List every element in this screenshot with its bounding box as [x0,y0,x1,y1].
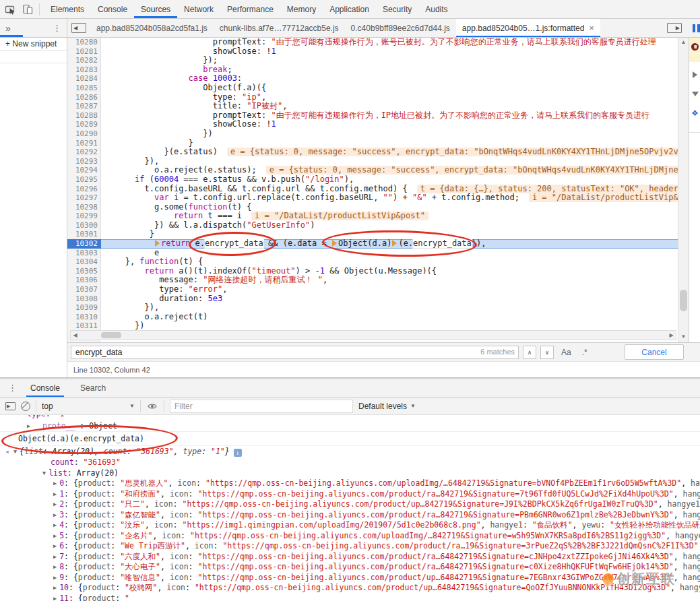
clear-console-icon[interactable] [21,402,30,411]
line-number[interactable]: 10300 [67,221,101,230]
code-line-text[interactable]: showClose: !1 [101,120,678,129]
console-sidebar-toggle-icon[interactable]: ▶ [5,402,15,410]
expand-arrow-icon[interactable]: ▶ [53,478,57,489]
tab-elements[interactable]: Elements [44,0,91,18]
scrollbar-thumb[interactable] [680,290,687,311]
code-line-text[interactable]: return t === ii = "/DataList/productList… [101,212,678,221]
line-number[interactable]: 10283 [67,65,101,75]
tab-application[interactable]: Application [323,0,376,18]
file-tab[interactable]: app.bad85204b058a2cd5fa1.js [90,19,214,37]
line-number[interactable]: 10286 [67,93,101,102]
expand-arrow-icon[interactable]: ▶ [53,552,57,563]
line-number[interactable]: 10311 [67,321,101,331]
previous-match-button[interactable]: ∧ [523,346,536,359]
filter-input[interactable] [170,402,352,411]
line-number[interactable]: 10284 [67,74,101,84]
tab-memory[interactable]: Memory [280,0,323,18]
line-number[interactable]: 10287 [67,102,101,111]
line-number[interactable]: 10301 [67,230,101,239]
expand-arrow-icon[interactable]: ▼ [42,468,46,479]
line-number[interactable]: 10281 [67,47,101,57]
close-icon[interactable]: × [589,24,594,32]
code-line-text[interactable]: return e.encrypt_data && (e.data = Objec… [101,239,678,249]
code-line-text[interactable]: e [101,249,678,258]
code-line-text[interactable]: o.a.reject(e.status);e = {status: 0, mes… [101,166,678,175]
code-line-text[interactable]: if (60004 === e.status && v.b.push("/log… [101,175,678,185]
line-number[interactable]: 10302 [67,239,101,249]
line-number[interactable]: 10293 [67,157,101,166]
scroll-up-icon[interactable]: ▲ [678,38,689,46]
regex-toggle[interactable]: .* [579,348,591,357]
code-line-text[interactable]: duration: 5e3 [101,294,678,304]
new-snippet-button[interactable]: + New snippet [0,38,67,51]
tab-console[interactable]: Console [91,0,134,18]
code-line-text[interactable]: Object(f.a)({ [101,84,678,93]
line-number[interactable]: 10310 [67,313,101,322]
expand-arrow-icon[interactable]: ▶ [53,510,57,521]
code-line-text[interactable]: return a()(t).indexOf("timeout") > -1 &&… [101,267,678,276]
hscrollbar-thumb[interactable] [101,332,121,338]
hide-navigator-icon[interactable]: ◀ [71,23,86,33]
code-line-text[interactable]: } [101,230,678,239]
editor-horizontal-scrollbar[interactable]: ◀ ▶ [70,330,676,340]
cancel-button[interactable]: Cancel [625,344,684,360]
tab-security[interactable]: Security [376,0,418,18]
expand-arrow-icon[interactable]: ▶ [53,499,57,510]
drawer-menu-icon[interactable]: ⋮ [8,386,17,390]
code-line-text[interactable]: }) [101,321,678,331]
line-number[interactable]: 10298 [67,203,101,212]
line-number[interactable]: 10290 [67,129,101,139]
code-line-text[interactable]: o.a.reject(t) [101,313,678,322]
line-number[interactable]: 10291 [67,139,101,148]
line-number[interactable]: 10296 [67,185,101,194]
expand-arrow-icon[interactable]: ▶ [53,583,57,594]
expand-arrow-icon[interactable]: ▶ [27,420,30,432]
tab-audits[interactable]: Audits [418,0,454,18]
navigator-more-icon[interactable]: ⋮ [53,26,61,30]
inspect-element-icon[interactable] [4,3,16,15]
log-levels-dropdown[interactable]: Default levels ▼ [358,402,416,411]
step-icon[interactable] [692,92,699,96]
line-number[interactable]: 10303 [67,249,101,258]
next-match-button[interactable]: ∨ [540,346,554,359]
line-number[interactable]: 10289 [67,120,101,129]
code-line-text[interactable]: }(e.status)e = {status: 0, message: "suc… [101,148,678,157]
code-line-text[interactable]: g.some(function(t) { [101,203,678,212]
code-line-text[interactable]: message: "网络连接超时，请稍后重试！ ", [101,276,678,285]
expand-arrow-icon[interactable]: ▶ [53,541,57,552]
line-number[interactable]: 10305 [67,267,101,276]
editor-vertical-scrollbar[interactable]: ▲ ▼ [678,38,689,342]
tab-performance[interactable]: Performance [220,0,280,18]
match-case-toggle[interactable]: Aa [558,348,575,357]
resume-icon[interactable] [693,71,697,78]
tab-network[interactable]: Network [177,0,220,18]
search-input[interactable] [71,346,519,359]
line-number[interactable]: 10294 [67,166,101,175]
line-number[interactable]: 10295 [67,175,101,185]
navigator-overflow-chevron[interactable]: » [5,23,11,34]
line-number[interactable]: 10308 [67,294,101,304]
expand-arrow-icon[interactable]: ▶ [53,531,57,542]
line-number[interactable]: 10306 [67,276,101,285]
code-line-text[interactable]: var i = t.config.url.replace(t.config.ba… [101,193,678,203]
code-line-text[interactable]: promptText: "由于您可能有违规操作行为，IP地址已被封。为了不影响您… [101,111,678,121]
step-into-icon[interactable]: ❖ [691,109,699,117]
code-line-text[interactable]: }) && l.a.dispatch("GetUserInfo") [101,221,678,230]
code-line-text[interactable]: t.config.baseURL && t.config.url && t.co… [101,185,678,194]
code-editor[interactable]: 10280promptText: "由于您可能有违规操作行为，账号已被封。为了不… [67,38,678,342]
line-number[interactable]: 10297 [67,193,101,203]
code-line-text[interactable]: showClose: !1 [101,47,678,57]
line-number[interactable]: 10292 [67,148,101,157]
line-number[interactable]: 10307 [67,285,101,294]
expand-arrow-icon[interactable]: ▶ [53,594,57,601]
tab-search[interactable]: Search [76,379,110,397]
line-number[interactable]: 10285 [67,84,101,93]
tab-console[interactable]: Console [26,379,64,397]
device-toolbar-icon[interactable] [22,3,34,15]
eye-icon[interactable] [146,400,158,412]
code-line-text[interactable]: promptText: "由于您可能有违规操作行为，账号已被封。为了不影响您的正… [101,38,678,47]
code-line-text[interactable]: }, function(t) { [101,257,678,267]
line-number[interactable]: 10309 [67,303,101,313]
more-tabs-icon[interactable]: ▶ [667,23,682,33]
pause-script-icon[interactable] [693,24,700,32]
